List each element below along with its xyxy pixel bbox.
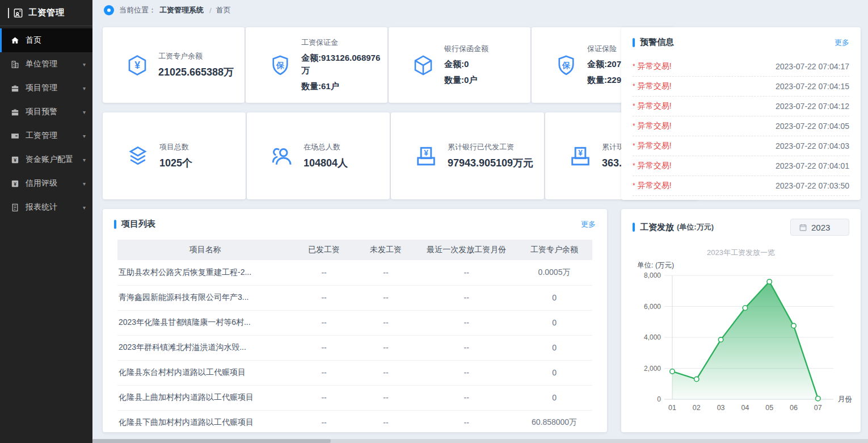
sidebar: 工资管理 首页 单位管理 ▾ 项目管理 ▾ 项目预警 [0,0,92,443]
svg-text:07: 07 [814,404,822,412]
svg-text:05: 05 [765,404,773,412]
scrollbar-thumb[interactable] [92,439,331,443]
svg-text:01: 01 [668,404,676,412]
svg-text:保: 保 [562,60,571,69]
salary-panel-unit: (单位:万元) [677,222,714,232]
project-list-title: 项目列表 [121,219,155,229]
warning-more-link[interactable]: 更多 [835,37,849,48]
warning-item[interactable]: * 异常交易! 2023-07-22 07:04:17 [633,57,849,77]
svg-text:¥: ¥ [14,181,16,186]
cell-project-name: 2023年化隆县甘都镇隆康一村等6村... [117,310,293,335]
sidebar-item-label: 信用评级 [26,178,83,189]
year-picker[interactable]: 2023 [790,219,849,236]
warning-info-panel: 预警信息 更多 * 异常交易! 2023-07-22 07:04:17 * 异常… [621,27,861,200]
chevron-down-icon: ▾ [83,181,86,187]
stat-card-people-onsite: 在场总人数 104804人 [247,112,390,199]
svg-text:保: 保 [276,60,285,69]
cell-project-name: 化隆县上曲加村村内道路以工代赈项目 [117,385,293,410]
warning-item[interactable]: * 异常交易! 2023-07-22 07:04:05 [633,116,849,136]
svg-text:06: 06 [790,404,798,412]
svg-text:03: 03 [717,404,725,412]
asterisk-icon: * [633,182,635,190]
warning-text: 异常交易! [638,81,672,91]
breadcrumb-label: 当前位置： [119,5,156,15]
sidebar-item-report-statistics[interactable]: 报表统计 ▾ [0,195,92,219]
svg-text:8,000: 8,000 [644,271,661,279]
warning-item[interactable]: * 异常交易! 2023-07-22 07:04:01 [633,156,849,176]
stat-card-project-total: 项目总数 1025个 [103,112,246,199]
svg-text:6,000: 6,000 [644,303,661,311]
location-pin-icon [104,5,114,15]
cell-project-name: 青海鑫园新能源科技有限公司年产3... [117,285,293,310]
table-row[interactable]: 化隆县上曲加村村内道路以工代赈项目 -- -- -- 0 [117,385,592,410]
stat-label: 工资保证金 [301,37,387,48]
sidebar-item-fund-account-config[interactable]: ¥ 资金账户配置 ▾ [0,148,92,172]
table-row[interactable]: 青海鑫园新能源科技有限公司年产3... -- -- -- 0 [117,285,592,310]
stat-count: 数量:61户 [301,80,387,93]
shield-bao-icon: 保 [268,53,292,77]
warning-item[interactable]: * 异常交易! 2023-07-22 07:03:50 [633,176,849,196]
warning-info-title: 预警信息 [640,37,674,48]
stat-card-salary-deposit: 保 工资保证金 金额:913126.068976万 数量:61户 [246,27,387,103]
col-account-balance: 工资专户余额 [516,240,592,260]
stat-label: 累计银行已代发工资 [448,142,544,152]
sidebar-item-label: 单位管理 [26,59,83,69]
cell-project-name: 互助县农村公路灾后恢复重建工程-2... [117,260,293,285]
table-row[interactable]: 2023年群科镇滩北村溢洪道沟水毁... -- -- -- 0 [117,335,592,360]
breadcrumb-separator: / [209,6,212,15]
project-list-more-link[interactable]: 更多 [581,219,596,229]
breadcrumb: 当前位置： 工资管理系统 / 首页 [92,0,868,20]
chevron-down-icon: ▾ [83,61,86,68]
warning-time: 2023-07-22 07:04:03 [776,141,849,151]
sidebar-item-credit-rating[interactable]: ¥ 信用评级 ▾ [0,172,92,195]
project-list-panel: 项目列表 更多 项目名称 已发工资 未发工资 最近一次发放工资月份 工资专户余额 [103,209,607,432]
shield-bao-icon: 保 [554,53,578,77]
app-title: 工资管理 [28,7,65,18]
sidebar-item-home[interactable]: 首页 [0,28,92,52]
warning-item[interactable]: * 异常交易! 2023-07-22 07:04:15 [633,77,849,97]
cell-project-name: 化隆县东台村村内道路以工代赈项目 [117,360,293,385]
sidebar-item-label: 项目管理 [26,83,83,93]
chevron-down-icon: ▾ [83,157,86,163]
building-icon [10,60,20,69]
badge-person-icon [12,7,24,19]
table-row[interactable]: 互助县农村公路灾后恢复重建工程-2... -- -- -- 0.0005万 [117,260,592,285]
breadcrumb-root[interactable]: 工资管理系统 [159,5,204,15]
app-logo: 工资管理 [0,0,92,26]
layers-icon [125,144,150,169]
sidebar-item-project-warning[interactable]: 项目预警 ▾ [0,100,92,124]
asterisk-icon: * [633,162,635,170]
stat-amount: 金额:0 [444,58,530,70]
table-row[interactable]: 化隆县东台村村内道路以工代赈项目 -- -- -- 0 [117,360,592,385]
cell-project-name: 化隆县下曲加村村内道路以工代赈项目 [117,410,293,432]
warning-item[interactable]: * 异常交易! 2023-07-22 07:04:12 [633,97,849,116]
wallet-icon [10,131,20,141]
breadcrumb-current[interactable]: 首页 [216,5,231,15]
sidebar-item-unit-management[interactable]: 单位管理 ▾ [0,52,92,76]
title-accent-bar [114,220,116,229]
warning-text: 异常交易! [638,141,672,151]
money-icon: ¥ [568,144,593,169]
cell-project-name: 2023年群科镇滩北村溢洪道沟水毁... [117,335,293,360]
horizontal-scrollbar[interactable] [92,439,868,443]
stat-card-bank-paid-total: ¥ 累计银行已代发工资 97943.905109万元 [391,112,544,199]
col-last-pay-month: 最近一次发放工资月份 [416,240,516,260]
sidebar-item-project-management[interactable]: 项目管理 ▾ [0,76,92,100]
chevron-down-icon: ▾ [83,133,86,139]
warning-text: 异常交易! [638,181,672,191]
svg-text:单位: (万元): 单位: (万元) [637,261,674,269]
table-header-row: 项目名称 已发工资 未发工资 最近一次发放工资月份 工资专户余额 [117,240,592,260]
svg-text:02: 02 [693,404,701,412]
warning-list: * 异常交易! 2023-07-22 07:04:17 * 异常交易! 2023… [621,55,861,196]
warning-item[interactable]: * 异常交易! 2023-07-22 07:04:03 [633,136,849,156]
svg-text:¥: ¥ [14,157,16,162]
sidebar-item-salary-management[interactable]: 工资管理 ▾ [0,124,92,148]
col-paid-salary: 已发工资 [293,240,355,260]
logo-divider-bar [8,8,9,18]
sidebar-item-label: 工资管理 [26,131,83,141]
cube-icon [411,53,435,77]
yuan-box-icon: ¥ [10,179,20,189]
table-row[interactable]: 化隆县下曲加村村内道路以工代赈项目 -- -- -- 60.858000万 [117,410,592,432]
salary-line-chart: 2023年工资发放一览单位: (万元)02,0004,0006,0008,000… [621,243,861,428]
table-row[interactable]: 2023年化隆县甘都镇隆康一村等6村... -- -- -- 0 [117,310,592,335]
